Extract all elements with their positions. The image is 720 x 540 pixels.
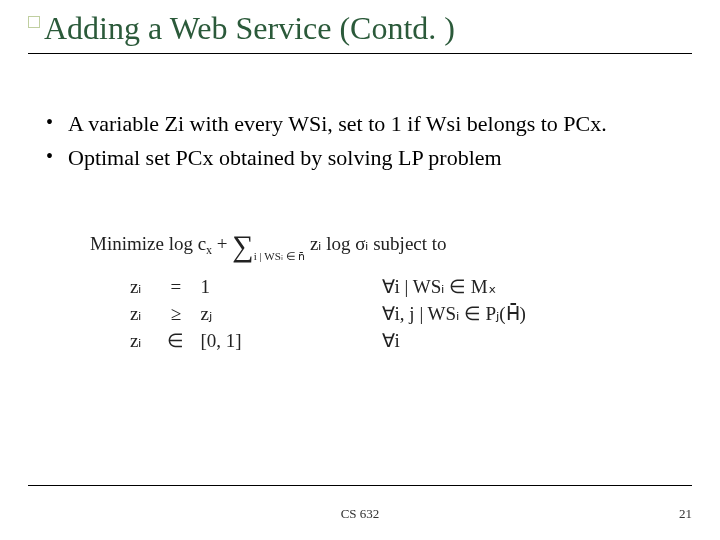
objective-line: Minimize log cx + ∑i | WSᵢ ∈ n̄ zᵢ log σ…	[90, 232, 660, 263]
constraint-cond: ∀i, j | WSᵢ ∈ Pⱼ(H̄)	[252, 300, 536, 327]
objective-prefix: Minimize log c	[90, 233, 206, 254]
body-content: A variable Zi with every WSi, set to 1 i…	[42, 110, 678, 177]
constraint-rel: ∈	[151, 327, 200, 354]
constraint-row: zᵢ = 1 ∀i | WSᵢ ∈ Mₓ	[130, 273, 536, 300]
sum-condition: i | WSᵢ ∈ n̄	[254, 250, 306, 262]
footer-page-number: 21	[679, 506, 692, 522]
bullet-item: Optimal set PCx obtained by solving LP p…	[42, 144, 678, 172]
objective-tail: zᵢ log σᵢ subject to	[305, 233, 446, 254]
constraint-rhs: [0, 1]	[200, 327, 251, 354]
sigma-icon: ∑	[232, 237, 253, 255]
title-block: Adding a Web Service (Contd. )	[28, 10, 692, 54]
title-accent-square	[28, 16, 40, 28]
title-underline	[28, 53, 692, 54]
constraint-row: zᵢ ≥ zⱼ ∀i, j | WSᵢ ∈ Pⱼ(H̄)	[130, 300, 536, 327]
constraint-rhs: zⱼ	[200, 300, 251, 327]
constraint-lhs: zᵢ	[130, 327, 151, 354]
constraint-rel: =	[151, 273, 200, 300]
constraints-table: zᵢ = 1 ∀i | WSᵢ ∈ Mₓ zᵢ ≥ zⱼ ∀i, j | WSᵢ…	[130, 273, 536, 354]
constraint-rhs: 1	[200, 273, 251, 300]
constraint-lhs: zᵢ	[130, 300, 151, 327]
objective-plus: +	[212, 233, 232, 254]
constraint-rel: ≥	[151, 300, 200, 327]
slide: Adding a Web Service (Contd. ) A variabl…	[0, 0, 720, 540]
constraint-row: zᵢ ∈ [0, 1] ∀i	[130, 327, 536, 354]
math-block: Minimize log cx + ∑i | WSᵢ ∈ n̄ zᵢ log σ…	[90, 232, 660, 354]
bullet-item: A variable Zi with every WSi, set to 1 i…	[42, 110, 678, 138]
footer-center: CS 632	[0, 506, 720, 522]
footer-rule	[28, 485, 692, 486]
slide-title: Adding a Web Service (Contd. )	[44, 10, 692, 47]
constraint-cond: ∀i	[252, 327, 536, 354]
constraint-cond: ∀i | WSᵢ ∈ Mₓ	[252, 273, 536, 300]
bullet-list: A variable Zi with every WSi, set to 1 i…	[42, 110, 678, 171]
constraint-lhs: zᵢ	[130, 273, 151, 300]
